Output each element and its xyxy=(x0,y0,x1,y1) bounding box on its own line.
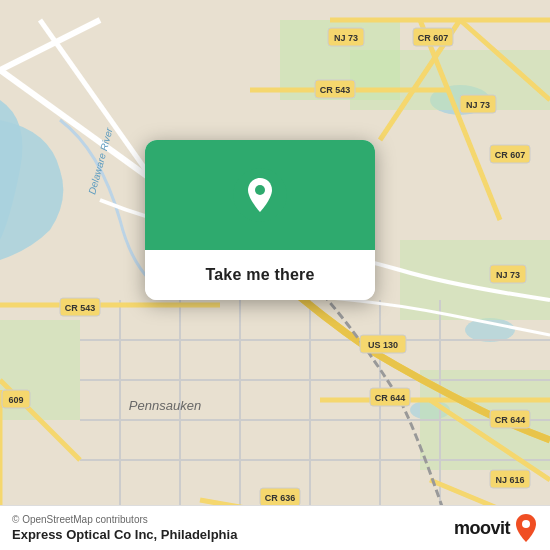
osm-credit: © OpenStreetMap contributors xyxy=(12,514,237,525)
svg-text:CR 644: CR 644 xyxy=(375,393,406,403)
svg-text:CR 607: CR 607 xyxy=(495,150,526,160)
svg-text:Pennsauken: Pennsauken xyxy=(129,398,201,413)
svg-text:NJ 73: NJ 73 xyxy=(466,100,490,110)
svg-text:CR 607: CR 607 xyxy=(418,33,449,43)
moovit-pin-icon xyxy=(514,514,538,542)
svg-text:CR 644: CR 644 xyxy=(495,415,526,425)
svg-text:CR 543: CR 543 xyxy=(65,303,96,313)
bottom-bar: © OpenStreetMap contributors Express Opt… xyxy=(0,505,550,550)
location-title: Express Optical Co Inc, Philadelphia xyxy=(12,527,237,542)
svg-text:CR 543: CR 543 xyxy=(320,85,351,95)
svg-text:609: 609 xyxy=(8,395,23,405)
moovit-logo-text: moovit xyxy=(454,518,510,539)
svg-point-64 xyxy=(255,185,265,195)
svg-text:NJ 73: NJ 73 xyxy=(334,33,358,43)
popup-green-header xyxy=(145,140,375,250)
map-container: NJ 73 NJ 73 CR 607 CR 607 CR 543 CR 543 … xyxy=(0,0,550,550)
take-me-there-button[interactable]: Take me there xyxy=(145,250,375,300)
svg-text:NJ 73: NJ 73 xyxy=(496,270,520,280)
popup-card: Take me there xyxy=(145,140,375,300)
svg-line-30 xyxy=(0,20,100,70)
svg-text:NJ 616: NJ 616 xyxy=(495,475,524,485)
moovit-logo: moovit xyxy=(454,514,538,542)
location-pin-icon xyxy=(233,168,287,222)
svg-point-65 xyxy=(522,520,530,528)
svg-text:US 130: US 130 xyxy=(368,340,398,350)
svg-text:CR 636: CR 636 xyxy=(265,493,296,503)
bottom-left-info: © OpenStreetMap contributors Express Opt… xyxy=(12,514,237,542)
svg-rect-6 xyxy=(400,240,550,320)
